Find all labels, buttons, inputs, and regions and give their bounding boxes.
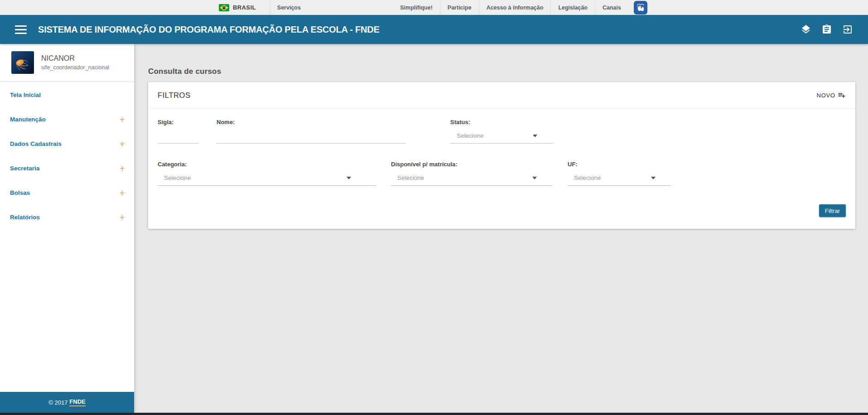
field-categoria: Categoria: Selecione [158,161,376,186]
chevron-down-icon [651,177,656,179]
sidebar-footer: © 2017 FNDE [0,392,134,413]
filters-actions: Filtrar [158,204,846,217]
government-top-bar: BRASIL Serviços Simplifique! Participe A… [0,0,868,15]
status-label: Status: [450,119,553,125]
chevron-down-icon [347,177,351,179]
expand-plus-icon: + [120,188,125,198]
filters-card: FILTROS NOVO Sigla: [148,82,855,229]
disponivel-label: Disponível p/ matrícula: [391,161,552,168]
sidebar-item-manutencao[interactable]: Manutenção + [0,107,134,131]
sidebar: NICANOR sife_coordenador_nacional Tela I… [0,44,134,413]
main-content: Consulta de cursos FILTROS NOVO Sigla: [134,44,868,413]
user-role: sife_coordenador_nacional [41,64,109,71]
sidebar-item-relatorios[interactable]: Relatórios + [0,205,134,229]
categoria-label: Categoria: [158,161,376,168]
uf-select[interactable]: Selecione [568,168,671,186]
sidebar-menu: Tela Inicial Manutenção + Dados Cadastra… [0,82,134,229]
field-uf: UF: Selecione [568,161,671,186]
categoria-select[interactable]: Selecione [158,168,376,186]
sigla-input[interactable] [158,125,198,144]
field-sigla: Sigla: [158,119,198,144]
user-panel: NICANOR sife_coordenador_nacional [0,44,134,82]
gov-bar-left-group: BRASIL Serviços [219,0,308,15]
gov-link-servicos[interactable]: Serviços [270,0,308,15]
body: NICANOR sife_coordenador_nacional Tela I… [0,44,868,413]
gov-link-simplifique[interactable]: Simplifique! [393,0,440,15]
user-name: NICANOR [41,54,109,63]
gov-link-canais[interactable]: Canais [595,0,628,15]
nome-input[interactable] [217,125,406,144]
logout-icon[interactable] [842,24,853,35]
gov-link-participe[interactable]: Participe [440,0,479,15]
uf-label: UF: [568,161,671,168]
menu-hamburger-icon[interactable] [15,25,27,34]
expand-plus-icon: + [120,164,125,173]
disponivel-select[interactable]: Selecione [391,168,552,186]
sigla-label: Sigla: [158,119,198,125]
sidebar-item-bolsas[interactable]: Bolsas + [0,180,134,205]
expand-plus-icon: + [120,139,125,149]
nome-label: Nome: [217,119,406,125]
fnde-link[interactable]: FNDE [69,398,85,406]
filters-form: Sigla: Nome: Status: Selecione [148,109,855,229]
sidebar-item-tela-inicial[interactable]: Tela Inicial [0,82,134,107]
brasil-brand[interactable]: BRASIL [219,4,270,11]
app-title: SISTEMA DE INFORMAÇÃO DO PROGRAMA FORMAÇ… [38,24,380,35]
playlist-add-icon [838,91,846,99]
copyright-text: © 2017 [48,399,68,406]
app-header: SISTEMA DE INFORMAÇÃO DO PROGRAMA FORMAÇ… [0,15,868,44]
brazil-flag-icon [219,4,229,11]
header-actions [800,24,853,35]
filters-row-1: Sigla: Nome: Status: Selecione [158,119,846,144]
status-select[interactable]: Selecione [450,125,553,144]
clipboard-icon[interactable] [821,24,832,35]
page: BRASIL Serviços Simplifique! Participe A… [0,0,868,415]
gov-link-acesso-informacao[interactable]: Acesso à informação [479,0,551,15]
vlibras-hands-icon[interactable] [634,1,647,14]
page-title: Consulta de cursos [148,67,855,76]
expand-plus-icon: + [120,115,125,124]
gov-bar-right-group: Simplifique! Participe Acesso à informaç… [393,0,647,15]
gov-link-legislacao[interactable]: Legislação [551,0,595,15]
chevron-down-icon [532,177,537,179]
novo-button[interactable]: NOVO [817,91,846,99]
expand-plus-icon: + [120,212,125,222]
sidebar-item-dados-cadastrais[interactable]: Dados Cadastrais + [0,131,134,156]
filtrar-button[interactable]: Filtrar [819,204,846,217]
novo-label: NOVO [817,92,835,99]
filters-title: FILTROS [158,91,191,100]
field-status: Status: Selecione [450,119,553,144]
bottom-edge-strip [0,413,868,415]
field-nome: Nome: [217,119,406,144]
user-avatar [11,51,34,74]
field-disponivel-matricula: Disponível p/ matrícula: Selecione [391,161,552,186]
chevron-down-icon [533,135,537,137]
filters-card-header: FILTROS NOVO [148,82,855,109]
layers-icon[interactable] [800,24,811,35]
user-info: NICANOR sife_coordenador_nacional [41,54,109,71]
filters-row-2: Categoria: Selecione Disponível p/ matrí… [158,161,846,186]
brasil-label: BRASIL [233,4,256,11]
sidebar-item-secretaria[interactable]: Secretaria + [0,156,134,180]
